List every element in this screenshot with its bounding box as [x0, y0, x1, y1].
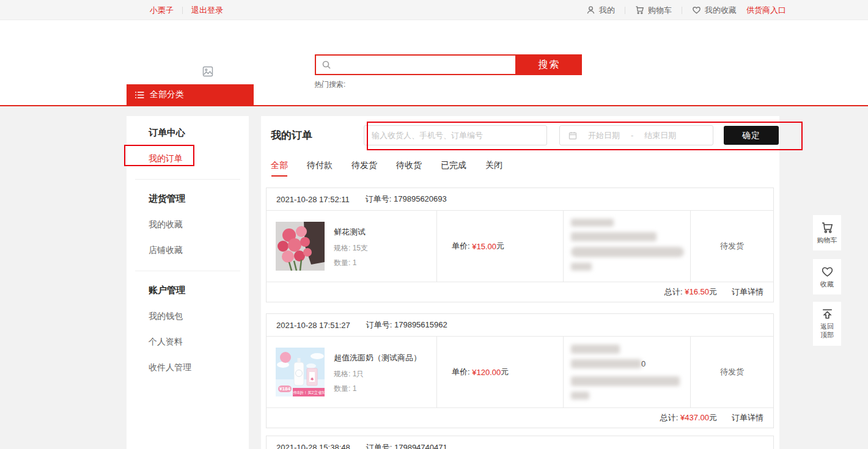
unit-price-cell: 单价: ¥120.00元 [436, 337, 563, 407]
tab-completed[interactable]: 已完成 [441, 160, 466, 177]
topbar: 小栗子 退出登录 我的 购物车 我的收藏 供货商入口 [0, 0, 868, 20]
my-account-link[interactable]: 我的 [586, 5, 615, 16]
product-image-banner: 2件8折！买2立省92 [291, 390, 325, 395]
divider [682, 7, 682, 14]
order-total: 总计: ¥437.00元 [660, 412, 717, 423]
float-favorite-button[interactable]: 收藏 [813, 259, 841, 294]
order-number: 订单号: 179895620693 [366, 194, 447, 205]
order-card: 2021-10-28 15:38:48 订单号: 179894740471 [266, 436, 774, 449]
sidebar-item-recipient-management[interactable]: 收件人管理 [149, 362, 249, 373]
product-qty: 数量: 1 [334, 384, 421, 394]
order-tabs: 全部 待付款 待发货 待收货 已完成 关闭 [271, 160, 502, 177]
redacted-text [571, 219, 614, 227]
redacted-text [571, 263, 592, 271]
recipient-cell-redacted [563, 211, 690, 282]
favorites-label: 我的收藏 [705, 5, 737, 16]
unit-price-value: ¥120.00 [472, 368, 501, 377]
tab-pending-payment[interactable]: 待付款 [307, 160, 333, 177]
broken-image-icon [202, 66, 213, 77]
date-start-placeholder: 开始日期 [588, 130, 620, 141]
redacted-text [571, 232, 657, 241]
confirm-button[interactable]: 确定 [724, 126, 779, 145]
order-date: 2021-10-28 17:52:11 [276, 195, 350, 204]
recipient-partial-text: 0 [641, 359, 645, 368]
product-name[interactable]: 鲜花测试 [334, 227, 368, 238]
order-card: 2021-10-28 17:52:11 订单号: 179895620693 [266, 188, 774, 302]
username-link[interactable]: 小栗子 [150, 5, 174, 16]
date-separator: - [631, 131, 633, 140]
product-image-badge: ¥184 [279, 386, 290, 392]
divider [135, 179, 240, 180]
date-end-placeholder: 结束日期 [644, 130, 676, 141]
sidebar-item-my-favorites[interactable]: 我的收藏 [149, 219, 249, 230]
user-icon [586, 5, 595, 15]
sidebar-item-shop-favorites[interactable]: 店铺收藏 [149, 245, 249, 256]
product-spec: 规格: 15支 [334, 243, 368, 254]
search-button[interactable]: 搜索 [517, 54, 582, 75]
product-name[interactable]: 超值洗面奶（测试商品） [334, 352, 421, 363]
float-cart-button[interactable]: 购物车 [813, 215, 841, 250]
search-input[interactable] [331, 56, 515, 74]
main-panel: 我的订单 开始日期 - 结束日期 确定 全部 待付款 待发货 待收货 已完成 关… [261, 116, 779, 449]
sidebar-item-my-wallet[interactable]: 我的钱包 [149, 311, 249, 322]
back-to-top-label: 返回顶部 [820, 323, 834, 340]
all-categories-label: 全部分类 [150, 89, 184, 100]
cart-icon [635, 5, 644, 15]
product-image-flowers[interactable] [276, 222, 325, 271]
tab-pending-receipt[interactable]: 待收货 [396, 160, 422, 177]
logout-link[interactable]: 退出登录 [191, 5, 223, 16]
header-band: 搜索 热门搜索: [0, 21, 868, 84]
order-number: 订单号: 179895615962 [366, 319, 447, 330]
order-status: 待发货 [690, 337, 773, 407]
order-total-value: ¥16.50 [685, 287, 709, 296]
sidebar-item-profile[interactable]: 个人资料 [149, 337, 249, 348]
all-categories-button[interactable]: 全部分类 [127, 84, 254, 105]
sidebar-item-my-orders[interactable]: 我的订单 [149, 153, 249, 164]
divider [135, 271, 240, 271]
sidebar: 订单中心 我的订单 进货管理 我的收藏 店铺收藏 账户管理 我的钱包 个人资料 … [127, 116, 249, 449]
float-cart-label: 购物车 [817, 236, 837, 245]
redacted-text [571, 376, 680, 386]
unit-price-cell: 单价: ¥15.00元 [436, 211, 563, 282]
order-date: 2021-10-28 17:51:27 [276, 321, 350, 330]
cart-link[interactable]: 购物车 [635, 5, 672, 16]
product-image-cleanser[interactable]: ¥184 2件8折！买2立省92 [276, 348, 325, 396]
redacted-text [571, 247, 684, 257]
order-status: 待发货 [690, 211, 773, 282]
category-list-icon [135, 91, 144, 99]
order-date: 2021-10-28 15:38:48 [276, 443, 350, 449]
product-cell: ¥184 2件8折！买2立省92 超值洗面奶（测试商品） 规格: 1只 数量: … [267, 337, 436, 407]
redacted-text [571, 392, 589, 400]
back-to-top-icon [821, 308, 834, 321]
sidebar-section-purchase: 进货管理 [149, 193, 249, 205]
search-box [315, 54, 517, 75]
tab-closed[interactable]: 关闭 [485, 160, 502, 177]
heart-icon [692, 5, 701, 15]
order-detail-link[interactable]: 订单详情 [732, 412, 763, 423]
order-number: 订单号: 179894740471 [366, 442, 447, 449]
product-qty: 数量: 1 [334, 258, 368, 268]
cart-icon [821, 221, 834, 234]
order-header: 2021-10-28 17:51:27 订单号: 179895615962 [267, 314, 773, 337]
back-to-top-button[interactable]: 返回顶部 [813, 302, 841, 346]
unit-price-value: ¥15.00 [472, 242, 496, 251]
hot-search-label: 热门搜索: [314, 79, 345, 90]
order-total: 总计: ¥16.50元 [664, 287, 717, 298]
divider [182, 7, 183, 14]
tab-all[interactable]: 全部 [271, 160, 288, 177]
order-detail-link[interactable]: 订单详情 [732, 287, 763, 298]
tab-pending-shipment[interactable]: 待发货 [351, 160, 377, 177]
my-account-label: 我的 [599, 5, 615, 16]
float-favorite-label: 收藏 [820, 280, 834, 289]
order-header: 2021-10-28 17:52:11 订单号: 179895620693 [267, 188, 773, 211]
recipient-cell-redacted: 0 [563, 337, 690, 407]
date-range-input[interactable]: 开始日期 - 结束日期 [559, 125, 713, 145]
cart-label: 购物车 [648, 5, 672, 16]
order-search-input[interactable] [364, 125, 547, 145]
supplier-entry-link[interactable]: 供货商入口 [746, 5, 786, 16]
divider [625, 7, 625, 14]
product-cell: 鲜花测试 规格: 15支 数量: 1 [267, 211, 436, 282]
search-icon [322, 60, 331, 70]
favorites-link[interactable]: 我的收藏 [692, 5, 737, 16]
heart-icon [821, 265, 834, 278]
